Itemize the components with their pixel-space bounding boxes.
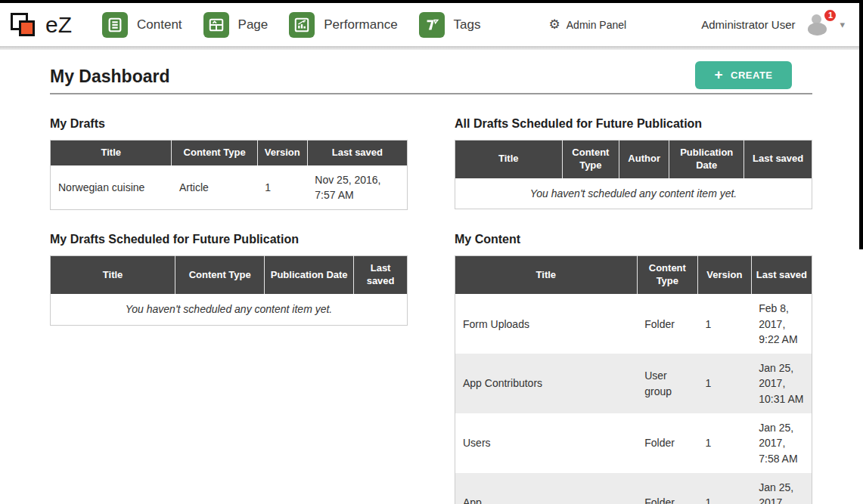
table-cell: Jan 25, 2017, 7:55 AM <box>751 473 812 504</box>
section-my-drafts: My Drafts TitleContent TypeVersionLast s… <box>50 117 408 210</box>
dashboard-main: My Dashboard + CREATE My Drafts TitleCon… <box>0 50 863 504</box>
table-cell: Form Uploads <box>455 294 638 354</box>
create-button-label: CREATE <box>731 70 772 81</box>
column-header: Last saved <box>744 141 812 178</box>
notification-badge: 1 <box>823 8 837 23</box>
table-cell: 1 <box>697 473 751 504</box>
avatar[interactable]: 1 <box>807 14 833 36</box>
my-drafts-scheduled-table: TitleContent TypePublication DateLast sa… <box>50 255 408 325</box>
user-menu[interactable]: Administrator User 1 ▾ <box>701 14 852 36</box>
nav-item-label: Tags <box>454 17 481 32</box>
table-cell: Jan 25, 2017, 10:31 AM <box>751 354 812 413</box>
column-header: Last saved <box>307 141 407 165</box>
section-all-drafts-scheduled: All Drafts Scheduled for Future Publicat… <box>455 117 812 210</box>
content-icon <box>102 12 128 38</box>
page-icon <box>203 12 229 38</box>
top-navbar: eZ Content Page <box>0 3 863 46</box>
caret-down-icon[interactable]: ▾ <box>840 19 845 30</box>
table-cell: Norwegian cuisine <box>51 165 172 210</box>
section-title: My Drafts Scheduled for Future Publicati… <box>50 233 408 246</box>
table-cell: 1 <box>697 354 751 413</box>
table-cell: Nov 25, 2016, 7:57 AM <box>307 165 407 210</box>
table-row: Form UploadsFolder1Feb 8, 2017, 9:22 AM <box>455 294 812 354</box>
column-header: Version <box>257 141 307 165</box>
table-cell: 1 <box>697 413 751 473</box>
table-cell: Folder <box>637 294 697 354</box>
logo-text: eZ <box>45 12 72 38</box>
create-button[interactable]: + CREATE <box>695 61 792 89</box>
table-header-row: TitleContent TypeVersionLast saved <box>51 141 408 165</box>
all-drafts-scheduled-table: TitleContent TypeAuthorPublication DateL… <box>455 140 812 209</box>
my-content-table: TitleContent TypeVersionLast savedForm U… <box>455 255 812 504</box>
table-row: UsersFolder1Jan 25, 2017, 7:58 AM <box>455 413 812 473</box>
table-cell: 1 <box>257 165 307 210</box>
table-cell: Folder <box>637 473 697 504</box>
empty-state-message: You haven't scheduled any content item y… <box>51 294 408 325</box>
column-header: Content Type <box>172 141 257 165</box>
empty-state-row: You haven't scheduled any content item y… <box>455 178 812 209</box>
title-divider <box>50 93 812 94</box>
table-header-row: TitleContent TypePublication DateLast sa… <box>51 256 408 294</box>
primary-nav: Content Page Per <box>102 12 502 38</box>
section-title: All Drafts Scheduled for Future Publicat… <box>455 117 812 131</box>
table-cell: Jan 25, 2017, 7:58 AM <box>751 413 812 473</box>
table-cell: User group <box>637 354 697 413</box>
column-header: Publication Date <box>265 256 354 294</box>
user-name: Administrator User <box>701 18 795 31</box>
table-row: App ContributorsUser group1Jan 25, 2017,… <box>455 354 812 413</box>
table-cell: Folder <box>637 413 697 473</box>
nav-item-content[interactable]: Content <box>102 12 182 38</box>
section-title: My Content <box>455 233 812 246</box>
table-cell: Feb 8, 2017, 9:22 AM <box>751 294 812 354</box>
table-row: Norwegian cuisineArticle1Nov 25, 2016, 7… <box>51 165 408 210</box>
column-header: Title <box>455 141 563 178</box>
nav-item-performance[interactable]: Performance <box>289 12 397 38</box>
screen-right-edge <box>859 0 863 249</box>
column-header: Last saved <box>354 256 408 294</box>
ez-logo[interactable]: eZ <box>9 10 72 40</box>
table-cell: 1 <box>697 294 751 354</box>
column-header: Content Type <box>637 256 697 294</box>
column-header: Content Type <box>175 256 265 294</box>
table-header-row: TitleContent TypeVersionLast saved <box>455 256 812 294</box>
table-cell: Users <box>455 413 638 473</box>
column-header: Title <box>51 256 175 294</box>
table-row: AppFolder1Jan 25, 2017, 7:55 AM <box>455 473 812 504</box>
nav-item-label: Performance <box>324 17 397 32</box>
tags-icon <box>419 12 445 38</box>
column-header: Content Type <box>562 141 619 178</box>
performance-icon <box>289 12 315 38</box>
nav-item-tags[interactable]: Tags <box>419 12 481 38</box>
section-my-drafts-scheduled: My Drafts Scheduled for Future Publicati… <box>50 233 408 504</box>
ez-logo-icon <box>9 10 41 40</box>
column-header: Author <box>619 141 669 178</box>
table-cell: App <box>455 473 638 504</box>
admin-panel-label: Admin Panel <box>567 19 626 31</box>
section-title: My Drafts <box>50 117 408 131</box>
section-my-content: My Content TitleContent TypeVersionLast … <box>455 233 812 504</box>
my-drafts-table: TitleContent TypeVersionLast savedNorweg… <box>50 140 408 210</box>
column-header: Last saved <box>751 256 812 294</box>
dashboard-grid: My Drafts TitleContent TypeVersionLast s… <box>50 117 812 504</box>
column-header: Version <box>697 256 751 294</box>
column-header: Title <box>455 256 638 294</box>
admin-panel-button[interactable]: ⚙ Admin Panel <box>549 18 627 31</box>
table-header-row: TitleContent TypeAuthorPublication DateL… <box>455 141 812 178</box>
nav-item-label: Content <box>137 17 182 32</box>
column-header: Title <box>51 141 172 165</box>
nav-item-page[interactable]: Page <box>203 12 269 38</box>
gear-icon: ⚙ <box>549 18 560 31</box>
avatar-body-shape <box>808 23 827 36</box>
plus-icon: + <box>714 67 723 82</box>
table-cell: Article <box>172 165 257 210</box>
logo-orange-square <box>19 20 35 36</box>
empty-state-message: You haven't scheduled any content item y… <box>455 178 812 209</box>
empty-state-row: You haven't scheduled any content item y… <box>51 294 408 325</box>
screen-top-edge <box>0 0 863 3</box>
nav-item-label: Page <box>238 17 269 32</box>
column-header: Publication Date <box>669 141 744 178</box>
table-cell: App Contributors <box>455 354 638 413</box>
